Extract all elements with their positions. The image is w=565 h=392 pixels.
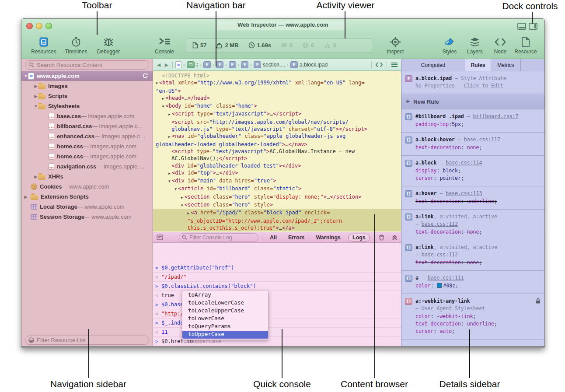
filter-console-input[interactable]: [188, 234, 255, 241]
element-crumb[interactable]: E: [241, 61, 248, 68]
code-line[interactable]: ▼<div id="main" data-hires="true">: [153, 177, 401, 185]
element-crumb[interactable]: E: [216, 61, 223, 68]
code-line[interactable]: ▶<section class="hero" style="display: n…: [153, 193, 401, 201]
tree-item-scripts[interactable]: ▶ Scripts: [21, 91, 153, 101]
sibling-stepper[interactable]: ▲▼: [196, 63, 199, 67]
tree-item-home-css-2[interactable]: css home.css — images.apple.com: [21, 151, 153, 161]
autocomplete-item[interactable]: toQueryParams: [182, 323, 268, 331]
css-property[interactable]: color: #08c;: [415, 282, 541, 290]
code-line[interactable]: <script src="http://images.apple.com/glo…: [153, 119, 401, 126]
layers-button[interactable]: Layers: [462, 36, 488, 55]
autocomplete-item[interactable]: toLocaleUpperCase: [182, 307, 268, 315]
tree-item-stylesheets[interactable]: ▼ Stylesheets: [21, 101, 153, 111]
code-line[interactable]: "en-US">: [153, 88, 401, 94]
css-property[interactable]: display: block;: [415, 167, 541, 175]
code-line[interactable]: globalnav.js" type="text/javascript" cha…: [153, 126, 401, 133]
css-rule[interactable]: {} a.block — base.css:114 display: block…: [401, 156, 544, 186]
layer-borders-toggle-icon[interactable]: [391, 62, 398, 68]
selected-code-line[interactable]: ▶<a href="/ipad/" class="block ipad" onc…: [153, 209, 401, 217]
user-agent-rule[interactable]: {} a:-webkit-any-link — User Agent Style…: [401, 294, 544, 340]
back-button[interactable]: ◀: [156, 62, 162, 68]
tree-item-base-css[interactable]: css base.css — images.apple.com: [21, 111, 153, 121]
overridden-css-property[interactable]: text-decoration: underline;: [415, 198, 541, 205]
console-command[interactable]: > $0.getAttribute("href"): [153, 263, 401, 273]
resources-button[interactable]: Resources: [28, 36, 60, 55]
collapse-console-icon[interactable]: [392, 234, 398, 241]
dom-root-crumb-icon[interactable]: [187, 61, 195, 68]
css-rule[interactable]: {} #billboard .ipad — billboard.css:7 pa…: [401, 109, 544, 133]
code-line[interactable]: globalheader-loaded globalheader-loaded"…: [153, 141, 401, 148]
source-code-toggle-icon[interactable]: [375, 62, 383, 68]
autocomplete-item[interactable]: toArray: [182, 291, 268, 299]
autocomplete-item[interactable]: toLocaleLowerCase: [182, 299, 268, 307]
reload-icon[interactable]: [142, 73, 148, 79]
console-button[interactable]: Console: [148, 36, 181, 55]
timelines-button[interactable]: Timelines: [60, 36, 92, 55]
overridden-css-property[interactable]: text-decoration: none;: [415, 259, 541, 266]
tree-item-home-css[interactable]: css home.css — images.apple.com: [21, 141, 153, 151]
selected-code-line[interactable]: this.s_oc?this.s_oc(e):true">…</a>: [153, 224, 401, 231]
console-panel-icon[interactable]: [157, 234, 163, 240]
element-crumb[interactable]: E: [229, 61, 236, 68]
code-line[interactable]: ▶<head>…</head>: [153, 94, 401, 102]
tree-item-session-storage[interactable]: Session Storage — www.apple.com: [21, 212, 153, 222]
scope-logs-button[interactable]: Logs: [348, 234, 370, 242]
selected-code-line[interactable]: "s_objectID="http://www.apple.com/ipad/_…: [153, 217, 401, 224]
code-line[interactable]: AC.GlobalNav();</script>: [153, 155, 401, 162]
css-rule[interactable]: {} a:link, a:visited, a:active — base.cs…: [401, 240, 544, 271]
search-resource-input[interactable]: [36, 61, 146, 69]
element-crumb[interactable]: E: [203, 61, 211, 68]
code-line[interactable]: ▼<body id="home" class="home">: [153, 102, 401, 110]
debugger-button[interactable]: Debugger: [92, 36, 125, 55]
code-line[interactable]: ▶<nav id="globalheader" class="apple glo…: [153, 133, 401, 140]
tree-item-local-storage[interactable]: Local Storage — www.apple.com: [21, 202, 153, 212]
content-browser[interactable]: <!DOCTYPE html> ▼<html xmlns="http://www…: [153, 71, 401, 232]
tab-rules[interactable]: Rules: [465, 59, 491, 71]
forward-button[interactable]: ▶: [164, 62, 170, 68]
css-property[interactable]: cursor: pointer;: [415, 175, 541, 182]
autocomplete-item[interactable]: toLowerCase: [182, 315, 268, 323]
tree-item-extension-scripts[interactable]: ▶ Extension Scripts: [21, 192, 153, 202]
style-attribute-rule[interactable]: E a.block.ipad — Style Attribute No Prop…: [401, 71, 544, 94]
code-line[interactable]: <div id="globalheader-loaded-test"></div…: [153, 162, 401, 169]
section-crumb[interactable]: E section....: [254, 61, 285, 68]
code-line[interactable]: <script type="text/javascript">AC.Global…: [153, 148, 401, 155]
css-rule[interactable]: {} a:hover — base.css:113 text-decoratio…: [401, 186, 544, 210]
dock-to-bottom-button[interactable]: [517, 23, 526, 30]
selected-element-crumb[interactable]: E a.block.ipad: [290, 61, 328, 68]
resource-button[interactable]: Resource: [513, 36, 538, 55]
console-command[interactable]: > $0.classList.contains("block"): [153, 282, 401, 291]
tree-item-cookies[interactable]: Cookies — www.apple.com: [21, 182, 153, 192]
code-line[interactable]: ▶<script type="text/javascript">…</scrip…: [153, 110, 401, 118]
scope-errors-button[interactable]: Errors: [284, 234, 309, 241]
tree-item-navigation-css[interactable]: css navigation.css — images.apple.…: [21, 161, 153, 172]
tree-item-billboard-css[interactable]: css billboard.css — images.apple.c…: [21, 121, 153, 131]
filter-resource-input[interactable]: [36, 336, 146, 344]
scope-warnings-button[interactable]: Warnings: [312, 234, 345, 241]
tree-item-root[interactable]: ▼ www.apple.com: [21, 71, 153, 81]
code-line[interactable]: ▼<section class="hero" style>: [153, 201, 401, 209]
css-rule[interactable]: {} a.block:hover — base.css:117 text-dec…: [401, 133, 544, 156]
tree-item-images[interactable]: ▶ Images: [21, 81, 153, 91]
css-property[interactable]: cursor: auto;: [415, 328, 541, 335]
tree-item-xhrs[interactable]: ▶ XHRs: [21, 172, 153, 182]
css-property[interactable]: color: -webkit-link;: [415, 313, 541, 320]
new-rule-button[interactable]: + New Rule: [401, 94, 544, 109]
clear-log-trash-icon[interactable]: [379, 234, 384, 241]
tab-computed[interactable]: Computed: [401, 59, 465, 71]
code-line[interactable]: ▼<article id="billboard" class="static">: [153, 185, 401, 193]
css-property[interactable]: padding-top:5px;: [415, 121, 541, 128]
css-rule[interactable]: {} a — base.css:111 color: #08c;: [401, 271, 544, 294]
css-property[interactable]: text-decoration: none;: [415, 144, 541, 151]
dock-to-right-button[interactable]: [529, 23, 537, 30]
node-button[interactable]: Node: [488, 36, 513, 55]
quick-console[interactable]: > $0.getAttribute("href") < "/ipad/" > $…: [153, 243, 401, 346]
css-rule[interactable]: {} a:link, a:visited, a:active — base.cs…: [401, 210, 544, 240]
code-line[interactable]: ▼<html xmlns="http://www.w3.org/1999/xht…: [153, 79, 401, 87]
autocomplete-item-selected[interactable]: toUpperCase: [182, 331, 268, 339]
code-line[interactable]: ▶<div id="top">…</div>: [153, 169, 401, 177]
inspect-button[interactable]: Inspect: [379, 36, 412, 55]
document-crumb-icon[interactable]: [175, 61, 181, 68]
tab-metrics[interactable]: Metrics: [491, 59, 521, 71]
scope-all-button[interactable]: All: [266, 234, 281, 241]
